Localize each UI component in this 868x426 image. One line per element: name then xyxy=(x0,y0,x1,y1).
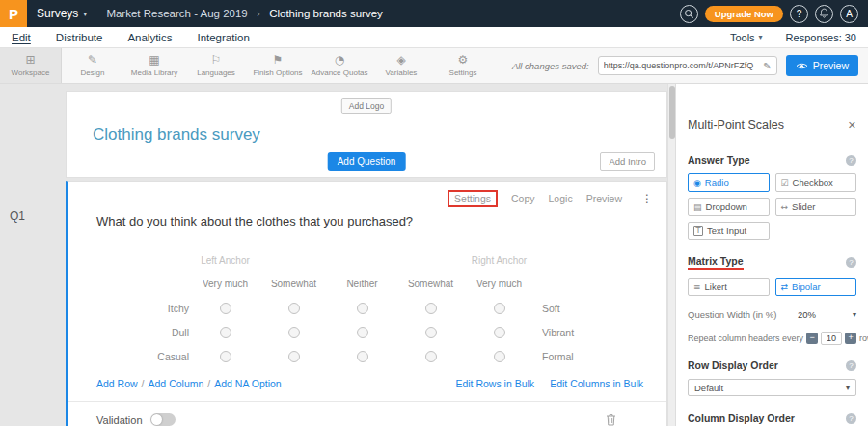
row-right-label[interactable]: Formal xyxy=(533,344,667,368)
matrix-radio[interactable] xyxy=(357,327,368,338)
account-avatar[interactable]: A xyxy=(840,5,858,23)
menu-item-distribute[interactable]: Distribute xyxy=(56,32,103,43)
bell-icon xyxy=(819,8,829,19)
matrix-radio[interactable] xyxy=(425,327,437,338)
row-display-order-select[interactable]: Default ▾ xyxy=(688,379,856,396)
answer-type-radio[interactable]: ◉ Radio xyxy=(688,173,770,192)
edit-url-pencil-icon[interactable]: ✎ xyxy=(763,61,771,71)
toolbar-item-advance-quotas[interactable]: ◔ Advance Quotas xyxy=(309,48,370,83)
menu-item-analytics[interactable]: Analytics xyxy=(127,32,172,43)
matrix-radio[interactable] xyxy=(357,303,368,314)
surveys-menu[interactable]: Surveys ▾ xyxy=(37,7,87,20)
toolbar-item-workspace[interactable]: ⊞ Workspace xyxy=(0,48,62,83)
matrix-radio[interactable] xyxy=(357,351,368,362)
answer-type-dropdown[interactable]: ▤ Dropdown xyxy=(688,198,770,216)
questionpro-logo[interactable]: P xyxy=(0,0,27,27)
link-separator: / xyxy=(207,378,210,389)
tools-menu[interactable]: Tools ▾ xyxy=(730,32,763,43)
menu-item-edit[interactable]: Edit xyxy=(12,32,31,43)
toolbar-item-finish-options[interactable]: ⚑ Finish Options xyxy=(247,48,309,83)
help-icon[interactable]: ? xyxy=(846,257,856,268)
help-button[interactable]: ? xyxy=(790,5,808,23)
toolbar-item-variables[interactable]: ◈ Variables xyxy=(370,48,432,83)
add-column-link[interactable]: Add Column xyxy=(149,378,204,389)
row-right-label[interactable]: Soft xyxy=(533,296,667,320)
search-button[interactable] xyxy=(680,5,698,23)
matrix-type-likert[interactable]: ≡ Likert xyxy=(688,278,770,296)
row-display-order-value: Default xyxy=(694,383,723,393)
question-actions: Settings Copy Logic Preview ⋮ xyxy=(448,190,653,207)
increment-button[interactable]: + xyxy=(845,333,856,344)
notifications-button[interactable] xyxy=(815,5,833,23)
toolbar-item-design[interactable]: ✎ Design xyxy=(62,48,123,83)
add-row-link[interactable]: Add Row xyxy=(96,378,138,389)
row-display-order-label: Row Display Order xyxy=(688,359,778,371)
top-bar: P Surveys ▾ Market Research - Aug 2019 ›… xyxy=(0,0,868,27)
repeat-headers-value[interactable]: 10 xyxy=(821,332,842,345)
help-icon[interactable]: ? xyxy=(846,155,856,166)
menu-item-integration[interactable]: Integration xyxy=(197,32,249,43)
breadcrumb-folder[interactable]: Market Research - Aug 2019 xyxy=(106,8,247,19)
variables-icon: ◈ xyxy=(396,54,405,67)
row-left-label[interactable]: Itchy xyxy=(68,296,191,320)
edit-rows-bulk-link[interactable]: Edit Rows in Bulk xyxy=(455,378,534,389)
decrement-button[interactable]: − xyxy=(806,333,818,344)
matrix-type-bipolar[interactable]: ⇄ Bipolar xyxy=(775,278,857,296)
matrix-radio[interactable] xyxy=(494,351,505,362)
delete-question-button[interactable] xyxy=(606,413,616,426)
close-icon[interactable]: ✕ xyxy=(848,120,856,132)
languages-icon: ⚐ xyxy=(211,54,222,67)
survey-toolbar: ⊞ Workspace ✎ Design ▦ Media Library ⚐ L… xyxy=(0,48,868,84)
matrix-radio[interactable] xyxy=(288,351,300,362)
matrix-radio[interactable] xyxy=(425,351,437,362)
breadcrumb-survey-title: Clothing brands survey xyxy=(269,8,383,19)
question-copy-button[interactable]: Copy xyxy=(511,193,535,204)
question-text[interactable]: What do you think about the clothes that… xyxy=(96,214,413,228)
row-left-label[interactable]: Dull xyxy=(68,320,191,344)
row-right-label[interactable]: Vibrant xyxy=(533,320,667,344)
kebab-menu-icon[interactable]: ⋮ xyxy=(641,192,653,205)
toolbar-item-media-library[interactable]: ▦ Media Library xyxy=(123,48,185,83)
question-width-value[interactable]: 20% xyxy=(798,309,816,320)
media-library-icon: ▦ xyxy=(149,54,159,67)
add-intro-button[interactable]: Add Intro xyxy=(600,152,655,171)
chevron-down-icon[interactable]: ▾ xyxy=(853,310,856,319)
toolbar-item-languages[interactable]: ⚐ Languages xyxy=(185,48,247,83)
question-logic-button[interactable]: Logic xyxy=(549,193,573,204)
survey-url-field[interactable]: https://qa.questionpro.com/t/APNrFZfQ ✎ xyxy=(598,56,777,75)
canvas-scrollbar[interactable] xyxy=(667,84,675,426)
toolbar-item-settings[interactable]: ⚙ Settings xyxy=(432,48,494,83)
link-separator: / xyxy=(142,378,145,389)
matrix-radio[interactable] xyxy=(288,327,300,338)
edit-columns-bulk-link[interactable]: Edit Columns in Bulk xyxy=(550,378,643,389)
matrix-radio[interactable] xyxy=(494,303,505,314)
validation-toggle[interactable] xyxy=(150,413,176,426)
matrix-radio[interactable] xyxy=(220,351,231,362)
add-question-button[interactable]: Add Question xyxy=(328,152,406,171)
upgrade-now-button[interactable]: Upgrade Now xyxy=(705,6,783,22)
matrix-type-label: Matrix Type xyxy=(688,255,744,270)
answer-type-checkbox[interactable]: ☑ Checkbox xyxy=(775,173,857,192)
trash-icon xyxy=(606,413,616,426)
help-icon[interactable]: ? xyxy=(846,413,856,424)
checkbox-icon: ☑ xyxy=(781,178,789,188)
preview-button[interactable]: Preview xyxy=(786,55,858,76)
help-icon[interactable]: ? xyxy=(846,360,856,371)
responses-count[interactable]: Responses: 30 xyxy=(786,32,856,43)
add-na-option-link[interactable]: Add NA Option xyxy=(214,378,281,389)
answer-type-text-input[interactable]: T Text Input xyxy=(688,222,770,240)
matrix-radio[interactable] xyxy=(220,327,231,338)
answer-type-slider[interactable]: ↔ Slider xyxy=(775,198,857,216)
question-preview-button[interactable]: Preview xyxy=(586,193,622,204)
matrix-radio[interactable] xyxy=(288,303,300,314)
row-left-label[interactable]: Casual xyxy=(68,344,191,368)
matrix-radio[interactable] xyxy=(425,303,437,314)
matrix-radio[interactable] xyxy=(494,327,505,338)
topbar-actions: Upgrade Now ? A xyxy=(680,5,858,23)
add-logo-button[interactable]: Add Logo xyxy=(341,98,392,114)
question-settings-button[interactable]: Settings xyxy=(448,190,498,207)
likert-icon: ≡ xyxy=(693,282,701,292)
column-header: Somewhat xyxy=(259,271,328,296)
matrix-radio[interactable] xyxy=(220,303,231,314)
survey-title[interactable]: Clothing brands survey xyxy=(93,125,260,145)
